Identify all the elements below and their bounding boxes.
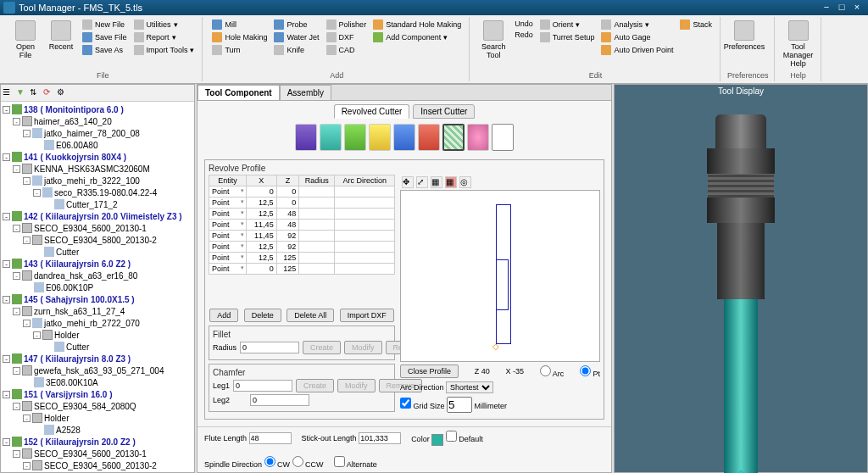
maximize-button[interactable]: □ [834, 2, 849, 14]
expand-icon[interactable]: - [3, 296, 10, 303]
grid-size-input[interactable] [447, 397, 472, 413]
tree-item[interactable]: -151 ( Varsijyrsin 16.0 ) [3, 388, 192, 400]
expand-icon[interactable]: - [13, 450, 20, 458]
tree-item[interactable]: -141 ( Kuokkojyrsin 80X4 ) [3, 151, 192, 163]
expand-icon[interactable]: - [13, 403, 20, 410]
fillet-modify-button[interactable]: Modify [344, 341, 382, 354]
tree-item[interactable]: Cutter [3, 246, 192, 258]
expand-icon[interactable]: - [13, 272, 20, 280]
tree-item[interactable]: -138 ( Monitointipora 6.0 ) [3, 103, 192, 115]
table-row[interactable]: Point12,50 [209, 198, 395, 209]
close-profile-button[interactable]: Close Profile [400, 364, 459, 378]
arc-direction-select[interactable]: Shortest [446, 381, 493, 393]
delete-all-button[interactable]: Delete All [287, 309, 334, 322]
ccw-radio[interactable] [292, 456, 303, 467]
revolve-profile-table[interactable]: Entity X Z Radius Arc Direction Point00P… [209, 175, 395, 275]
redo-button[interactable]: Redo [512, 30, 536, 40]
profile-fit-icon[interactable]: ▦ [431, 176, 442, 188]
preferences-button[interactable]: Preferences [727, 19, 761, 53]
recent-button[interactable]: Recent [44, 19, 78, 53]
save-file-button[interactable]: Save File [80, 31, 130, 43]
cutter-type-icon[interactable] [344, 124, 366, 151]
alternate-checkbox[interactable] [334, 456, 345, 467]
cutter-type-icon[interactable] [320, 124, 342, 151]
expand-icon[interactable]: - [23, 320, 31, 327]
turret-setup-button[interactable]: Turret Setup [537, 31, 598, 43]
expand-icon[interactable]: - [23, 130, 31, 137]
tree-item[interactable]: -seco_R335.19-080.04.22-4 [3, 186, 192, 198]
expand-icon[interactable]: - [3, 260, 10, 268]
profile-canvas[interactable]: ◇ [400, 190, 600, 362]
knife-button[interactable]: Knife [271, 44, 321, 56]
table-row[interactable]: Point11,4548 [209, 220, 395, 231]
expand-icon[interactable]: - [3, 213, 10, 220]
tree-filter-icon[interactable]: ▼ [16, 87, 28, 99]
subtab-insert-cutter[interactable]: Insert Cutter [413, 104, 475, 119]
arc-radio[interactable] [540, 365, 551, 376]
expand-icon[interactable]: - [23, 462, 31, 470]
tree-item[interactable]: -Holder [3, 329, 192, 341]
chamfer-modify-button[interactable]: Modify [337, 379, 376, 392]
tree-sort-icon[interactable]: ☰ [3, 87, 14, 99]
tree-item[interactable]: -dandrea_hsk_a63_er16_80 [3, 270, 192, 281]
tree-item[interactable]: -gewefa_hsk_a63_93_05_271_004 [3, 364, 192, 376]
expand-icon[interactable]: - [13, 367, 20, 375]
fillet-create-button[interactable]: Create [303, 341, 341, 354]
orient-button[interactable]: Orient ▾ [537, 19, 598, 31]
tree-item[interactable]: -SECO_E9304_5800_20130-2 [3, 234, 192, 246]
std-hole-button[interactable]: Standard Hole Making [370, 19, 464, 31]
stickout-input[interactable] [359, 432, 401, 444]
add-component-button[interactable]: Add Component ▾ [370, 31, 464, 43]
tree-item[interactable]: -jatko_mehi_rb_3222_100 [3, 175, 192, 186]
tree-item[interactable]: -SECO_E9304_5600_20130-1 [3, 222, 192, 234]
tree-item[interactable]: -jatko_mehi_rb_2722_070 [3, 317, 192, 329]
expand-icon[interactable]: - [23, 177, 31, 185]
table-row[interactable]: Point0125 [209, 264, 395, 275]
expand-icon[interactable]: - [13, 118, 20, 125]
color-swatch[interactable] [431, 434, 443, 446]
tree-item[interactable]: 3E08.00K10A [3, 376, 192, 388]
grid-size-checkbox[interactable] [400, 398, 411, 409]
waterjet-button[interactable]: Water Jet [271, 31, 321, 43]
tree-item[interactable]: Cutter [3, 341, 192, 353]
cutter-type-icon[interactable] [418, 124, 440, 151]
profile-grid-icon[interactable]: ▦ [445, 176, 457, 188]
delete-button[interactable]: Delete [244, 309, 281, 322]
tree-refresh-icon[interactable]: ⟳ [43, 87, 55, 99]
tree-item[interactable]: -SECO_E9304_5600_20130-1 [3, 448, 192, 459]
tree-item[interactable]: -SECO_E9304_584_2080Q [3, 400, 192, 412]
probe-button[interactable]: Probe [271, 19, 321, 31]
tree-item[interactable]: -SECO_E9304_5600_20130-2 [3, 459, 192, 471]
hole-making-button[interactable]: Hole Making [209, 31, 270, 43]
cutter-type-icon[interactable] [369, 124, 391, 151]
tree-item[interactable]: -jatko_haimer_78_200_08 [3, 127, 192, 139]
auto-gage-button[interactable]: Auto Gage [598, 31, 676, 43]
table-row[interactable]: Point12,592 [209, 242, 395, 253]
save-as-button[interactable]: Save As [80, 44, 130, 56]
tool-3d-viewport[interactable] [615, 97, 867, 472]
tree-item[interactable]: -142 ( Kiilaurajyrsin 20.0 Viimeistely Z… [3, 210, 192, 222]
table-row[interactable]: Point00 [209, 186, 395, 198]
tree-item[interactable]: -KENNA_HSK63ASMC32060M [3, 163, 192, 175]
tree-item[interactable]: -haimer_a63_140_20 [3, 115, 192, 127]
table-row[interactable]: Point12,5125 [209, 253, 395, 264]
expand-icon[interactable]: - [13, 225, 20, 232]
turn-button[interactable]: Turn [209, 44, 270, 56]
tab-tool-component[interactable]: Tool Component [198, 85, 280, 100]
report-button[interactable]: Report ▾ [131, 31, 198, 43]
pt-radio[interactable] [580, 365, 591, 376]
new-file-button[interactable]: New File [80, 19, 130, 31]
expand-icon[interactable]: - [23, 415, 31, 422]
table-row[interactable]: Point11,4592 [209, 231, 395, 242]
auto-driven-button[interactable]: Auto Driven Point [598, 44, 676, 56]
tree-item[interactable]: -143 ( Kiilaurajyrsin 6.0 Z2 ) [3, 258, 192, 270]
expand-icon[interactable]: - [3, 355, 10, 363]
tree-item[interactable]: -zurn_hsk_a63_11_27_4 [3, 305, 192, 317]
tree-item[interactable]: E06.00K10P [3, 281, 192, 293]
flute-length-input[interactable] [249, 432, 292, 444]
cutter-type-icon[interactable] [492, 124, 514, 151]
analysis-button[interactable]: Analysis ▾ [598, 19, 676, 31]
tree-item[interactable]: Cutter_171_2 [3, 198, 192, 210]
tree-item[interactable]: A2528 [3, 424, 192, 436]
expand-icon[interactable]: - [3, 153, 10, 161]
